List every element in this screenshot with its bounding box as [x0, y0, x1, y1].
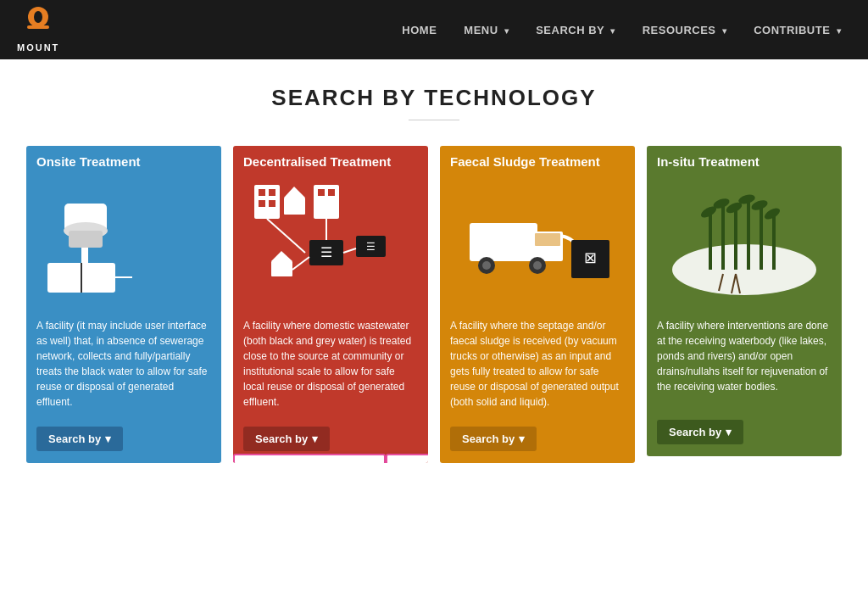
card-faecal: Faecal Sludge Treatment ⊠ [440, 146, 635, 463]
card-insitu-footer: Search by ▾ [647, 411, 842, 456]
navbar: MOUNT HOME MENU ▾ SEARCH BY ▾ RESOURCES … [0, 0, 868, 59]
svg-line-29 [343, 248, 356, 253]
svg-text:☰: ☰ [366, 241, 376, 253]
card-onsite-footer: Search by ▾ [26, 418, 221, 463]
card-decentralised-title: Decentralised Treatment [233, 146, 428, 174]
card-onsite-image [26, 174, 221, 310]
page-title-area: SEARCH BY TECHNOLOGY [0, 59, 868, 137]
svg-marker-25 [271, 251, 292, 261]
svg-marker-19 [284, 187, 305, 198]
searchby-caret: ▾ [610, 26, 615, 36]
onsite-svg [39, 178, 209, 305]
search-by-onsite-button[interactable]: Search by ▾ [36, 427, 123, 451]
nav-item-contribute[interactable]: CONTRIBUTE ▾ [743, 17, 851, 43]
svg-point-33 [482, 261, 491, 270]
svg-point-39 [672, 244, 816, 295]
card-decentralised-footer: Search by ▾ Sub Type of Technology Capit… [233, 418, 428, 463]
faecal-svg: ⊠ [453, 176, 622, 308]
faecal-btn-caret: ▾ [519, 432, 525, 445]
card-onsite-title: Onsite Treatment [26, 146, 221, 174]
svg-rect-15 [314, 185, 339, 219]
card-faecal-footer: Search by ▾ [440, 418, 635, 463]
svg-rect-5 [69, 231, 103, 248]
title-divider [409, 120, 459, 120]
nav-links: HOME MENU ▾ SEARCH BY ▾ RESOURCES ▾ CONT… [392, 17, 851, 43]
card-insitu: In-situ Treatment [647, 146, 842, 463]
svg-line-26 [292, 257, 309, 270]
resources-caret: ▾ [722, 26, 727, 36]
card-decentralised: Decentralised Treatment [233, 146, 428, 463]
svg-rect-24 [271, 261, 292, 276]
nav-item-menu[interactable]: MENU ▾ [453, 17, 519, 43]
search-by-decentralised-button[interactable]: Search by ▾ [243, 427, 330, 451]
logo-text: MOUNT [17, 42, 59, 53]
svg-rect-38 [535, 233, 560, 246]
card-decentralised-body: A facility where domestic wastewater (bo… [233, 310, 428, 418]
dropdown-item-subtype[interactable]: Sub Type of Technology [235, 455, 384, 463]
svg-rect-11 [259, 189, 265, 196]
onsite-btn-caret: ▾ [105, 432, 111, 445]
svg-point-35 [533, 261, 542, 270]
card-insitu-title: In-situ Treatment [647, 146, 842, 174]
svg-rect-17 [328, 189, 335, 196]
menu-caret: ▾ [504, 26, 509, 36]
search-by-insitu-button[interactable]: Search by ▾ [657, 420, 743, 444]
card-onsite: Onsite Treatment A facility (it may incl… [26, 146, 221, 463]
insitu-svg [659, 176, 829, 308]
card-faecal-body: A facility where the septage and/or faec… [440, 310, 635, 418]
svg-point-1 [34, 11, 42, 23]
card-insitu-body: A facility where interventions are done … [647, 310, 842, 411]
svg-line-22 [267, 219, 305, 253]
card-decentralised-image: ☰ ☰ [233, 174, 428, 310]
card-onsite-body: A facility (it may include user interfac… [26, 310, 221, 418]
capital-cost-dropdown: 0-10000 10000-20000 20000-30000 30000-40… [386, 454, 428, 463]
svg-text:☰: ☰ [320, 245, 332, 259]
decentralised-btn-caret: ▾ [312, 432, 318, 445]
card-faecal-image: ⊠ [440, 174, 635, 310]
svg-rect-16 [318, 189, 325, 196]
logo[interactable]: MOUNT [17, 7, 59, 53]
card-insitu-image [647, 174, 842, 310]
svg-rect-13 [259, 200, 265, 207]
contribute-caret: ▾ [837, 26, 842, 36]
svg-rect-30 [470, 223, 537, 261]
search-by-faecal-button[interactable]: Search by ▾ [450, 427, 537, 451]
page-title: SEARCH BY TECHNOLOGY [17, 85, 851, 111]
nav-item-search-by[interactable]: SEARCH BY ▾ [526, 17, 625, 43]
svg-text:⊠: ⊠ [584, 249, 597, 266]
decentralised-svg: ☰ ☰ [246, 176, 415, 308]
range-0-10000[interactable]: 0-10000 [387, 455, 428, 463]
svg-rect-18 [284, 198, 305, 215]
decentralised-dropdown: Sub Type of Technology Capital cost/KLD … [233, 454, 386, 463]
nav-item-home[interactable]: HOME [392, 17, 447, 43]
svg-rect-2 [27, 25, 49, 29]
svg-rect-10 [254, 185, 280, 219]
insitu-btn-caret: ▾ [726, 426, 732, 438]
svg-rect-12 [269, 189, 275, 196]
cards-container: Onsite Treatment A facility (it may incl… [0, 137, 868, 463]
card-faecal-title: Faecal Sludge Treatment [440, 146, 635, 174]
svg-rect-14 [269, 200, 275, 207]
nav-item-resources[interactable]: RESOURCES ▾ [632, 17, 737, 43]
svg-rect-7 [81, 248, 88, 263]
logo-icon [19, 7, 58, 41]
